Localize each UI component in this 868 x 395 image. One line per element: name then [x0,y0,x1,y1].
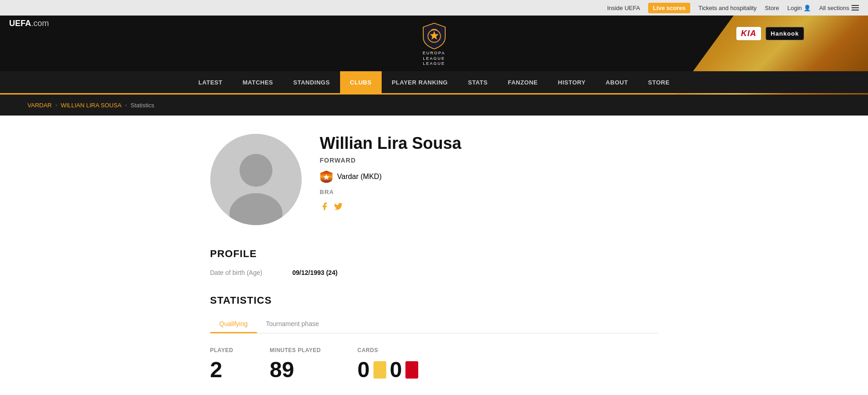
store-link[interactable]: Store [765,5,779,11]
profile-title: PROFILE [210,248,658,260]
site-header: UEFA.com KIA Hankook EUROPA LEAGUE LEAGU… [0,16,868,95]
player-section: Willian Lira Sousa FORWARD [210,134,658,225]
stats-grid: PLAYED 2 MINUTES PLAYED 89 CARDS 0 0 [210,347,658,382]
nav-matches[interactable]: MATCHES [233,71,283,93]
player-name: Willian Lira Sousa [320,134,658,153]
competition-logo: EUROPA LEAGUE LEAGUE [421,22,448,67]
player-info: Willian Lira Sousa FORWARD [320,134,658,213]
avatar-silhouette [210,134,302,225]
sponsor-logos: KIA Hankook [736,27,804,40]
nav-fanzone[interactable]: FANZONE [498,71,548,93]
tab-qualifying[interactable]: Qualifying [210,316,257,333]
minutes-value: 89 [270,357,321,382]
played-label: PLAYED [210,347,234,353]
site-brand: UEFA.com [9,19,49,28]
red-card-icon [405,361,418,379]
breadcrumb-sep-2: › [125,102,127,108]
stat-played: PLAYED 2 [210,347,234,382]
red-card-count: 0 [390,357,402,382]
club-name: Vardar (MKD) [337,173,382,181]
inside-uefa-link[interactable]: Inside UEFA [607,5,640,11]
all-sections-menu[interactable]: All sections [819,5,859,11]
cards-display: 0 0 [357,357,418,382]
yellow-card-icon [373,361,386,379]
nav-store[interactable]: STORE [638,71,680,93]
breadcrumb-vardar[interactable]: VARDAR [27,102,52,109]
dob-value: 09/12/1993 (24) [293,269,338,276]
breadcrumb-sep-1: › [55,102,57,108]
competition-text: EUROPA LEAGUE LEAGUE [423,51,445,67]
live-scores-link[interactable]: Live scores [648,3,690,13]
stats-tabs: Qualifying Tournament phase [210,316,658,333]
top-bar: Inside UEFA Live scores Tickets and hosp… [0,0,868,16]
played-value: 2 [210,357,234,382]
yellow-card-count: 0 [357,357,370,382]
statistics-title: STATISTICS [210,295,658,306]
stat-cards: CARDS 0 0 [357,347,418,382]
club-badge-icon [320,170,333,183]
cards-label: CARDS [357,347,418,353]
kia-logo: KIA [736,27,761,40]
hamburger-icon [852,5,859,11]
profile-section: PROFILE Date of birth (Age) 09/12/1993 (… [210,248,658,276]
breadcrumb: VARDAR › WILLIAN LIRA SOUSA › Statistics [0,95,868,116]
nav-about[interactable]: ABOUT [596,71,638,93]
nav-standings[interactable]: STANDINGS [283,71,340,93]
nav-player-ranking[interactable]: PLAYER RANKING [382,71,458,93]
twitter-link[interactable] [334,202,343,213]
nav-stats[interactable]: STATS [458,71,498,93]
nav-history[interactable]: HISTORY [548,71,596,93]
statistics-section: STATISTICS Qualifying Tournament phase P… [210,295,658,382]
login-link[interactable]: Login 👤 [787,5,811,11]
dob-label: Date of birth (Age) [210,269,283,276]
main-nav: LATEST MATCHES STANDINGS CLUBS PLAYER RA… [0,71,868,93]
player-avatar [210,134,302,225]
dob-row: Date of birth (Age) 09/12/1993 (24) [210,269,658,276]
breadcrumb-player[interactable]: WILLIAN LIRA SOUSA [61,102,122,109]
player-club: Vardar (MKD) [320,170,658,183]
site-domain: .com [31,19,49,28]
user-icon: 👤 [804,5,811,11]
tab-tournament[interactable]: Tournament phase [257,316,328,333]
header-content: EUROPA LEAGUE LEAGUE [0,16,868,71]
stat-minutes: MINUTES PLAYED 89 [270,347,321,382]
nav-clubs[interactable]: CLUBS [340,71,382,93]
main-content: Willian Lira Sousa FORWARD [183,116,686,395]
breadcrumb-current: Statistics [131,102,154,109]
svg-point-3 [240,154,272,187]
tickets-link[interactable]: Tickets and hospitality [698,5,756,11]
player-position: FORWARD [320,157,658,164]
player-nationality: BRA [320,189,658,195]
social-links [320,202,658,213]
nav-latest[interactable]: LATEST [188,71,233,93]
hankook-logo: Hankook [766,27,804,40]
europa-league-shield [421,22,448,50]
facebook-link[interactable] [320,202,329,213]
minutes-label: MINUTES PLAYED [270,347,321,353]
